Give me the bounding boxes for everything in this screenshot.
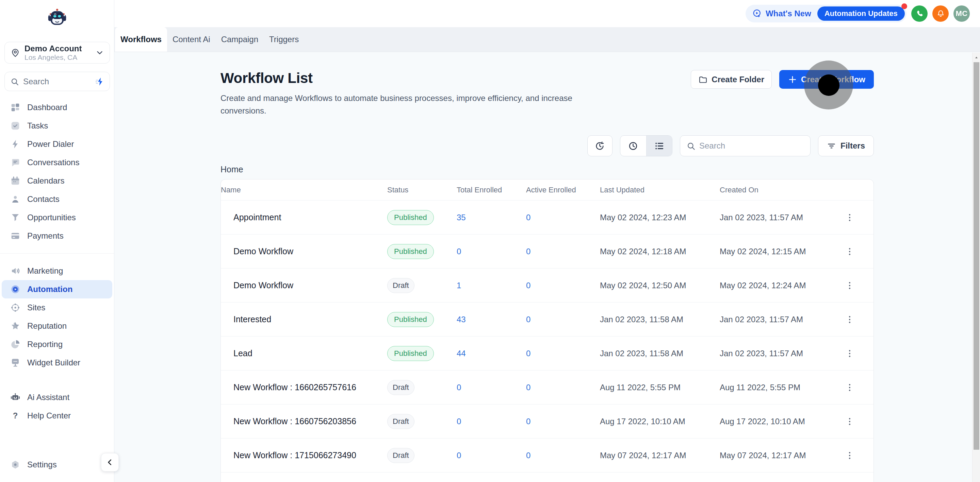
workflow-name[interactable]: Appointment [221,212,387,222]
tab-campaign[interactable]: Campaign [216,27,264,52]
breadcrumb[interactable]: Home [221,165,874,174]
status-badge: Published [387,210,434,225]
sidebar-item-contacts[interactable]: Contacts [0,190,114,208]
sidebar-item-marketing[interactable]: Marketing [0,262,114,280]
create-workflow-label: Create Workflow [801,75,865,84]
sidebar-item-payments[interactable]: Payments [0,227,114,245]
active-enrolled-link[interactable]: 0 [526,315,530,324]
sidebar-item-calendars[interactable]: Calendars [0,172,114,190]
sidebar-item-sites[interactable]: Sites [0,298,114,317]
total-enrolled-link[interactable]: 35 [457,213,466,222]
total-enrolled-link[interactable]: 43 [457,315,466,324]
sidebar-item-automation[interactable]: Automation [2,280,112,298]
workflow-name[interactable]: Lead [221,349,387,358]
active-enrolled-link[interactable]: 0 [526,451,530,460]
kebab-icon [845,349,855,358]
sidebar-item-label: Calendars [27,176,64,186]
total-enrolled-link[interactable]: 0 [457,247,461,256]
scrollbar-thumb[interactable] [974,62,979,450]
table-row[interactable]: New Workflow : 1660756203856 Draft 0 0 A… [221,404,873,439]
user-avatar[interactable]: MC [953,5,970,22]
active-enrolled-link[interactable]: 0 [526,247,530,256]
sidebar-item-tasks[interactable]: Tasks [0,117,114,135]
sidebar-search-input[interactable] [23,77,91,86]
sidebar-item-conversations[interactable]: Conversations [0,153,114,172]
workflow-name[interactable]: New Workflow : 1660756203856 [221,416,387,426]
table-row[interactable]: New Workflow : 1715194519317 Draft 0 0 M… [221,472,873,482]
sidebar-item-label: Payments [27,231,64,241]
sidebar-item-power-dialer[interactable]: Power Dialer [0,135,114,153]
workflow-search-input[interactable] [699,141,804,151]
row-actions-button[interactable] [842,414,857,429]
total-enrolled-link[interactable]: 0 [457,383,461,392]
table-row[interactable]: Lead Published 44 0 Jan 02 2023, 11:58 A… [221,336,873,371]
timeline-view-toggle[interactable] [620,136,646,156]
workflow-name[interactable]: New Workflow : 1660265757616 [221,382,387,392]
row-actions-button[interactable] [842,448,857,463]
scrollbar-up-arrow[interactable] [972,53,980,62]
enrollment-history-button[interactable] [587,135,612,156]
row-actions-button[interactable] [842,244,857,259]
active-enrolled-link[interactable]: 0 [526,417,530,426]
location-pin-icon [10,48,21,58]
sidebar-item-dashboard[interactable]: Dashboard [0,98,114,117]
account-selector[interactable]: Demo Account Los Angeles, CA [5,42,110,63]
table-row[interactable]: Appointment Published 35 0 May 02 2024, … [221,201,873,235]
list-view-toggle[interactable] [646,136,672,156]
tab-triggers[interactable]: Triggers [264,27,304,52]
row-actions-button[interactable] [842,312,857,327]
sidebar-item-label: Reporting [27,339,63,349]
total-enrolled-link[interactable]: 1 [457,281,461,290]
table-row[interactable]: Demo Workflow Published 0 0 May 02 2024,… [221,235,873,268]
total-enrolled-link[interactable]: 44 [457,349,466,358]
sidebar-item-reputation[interactable]: Reputation [0,317,114,335]
sidebar-item-label: Contacts [27,194,60,204]
quick-actions-bolt-icon[interactable] [95,77,104,86]
workflow-name[interactable]: New Workflow : 1715066273490 [221,450,387,460]
tab-workflows[interactable]: Workflows [115,27,167,52]
row-actions-button[interactable] [842,380,857,395]
filters-button[interactable]: Filters [818,135,874,156]
total-enrolled-link[interactable]: 0 [457,417,461,426]
create-workflow-button[interactable]: Create Workflow [779,70,874,89]
notifications-button[interactable] [932,5,949,22]
sidebar-item-help-center[interactable]: Help Center [0,406,114,425]
sidebar-item-ai-assistant[interactable]: Ai Assistant [0,388,114,406]
tab-content-ai[interactable]: Content Ai [167,27,216,52]
create-folder-button[interactable]: Create Folder [691,70,772,89]
active-enrolled-link[interactable]: 0 [526,213,530,222]
page-subtitle: Create and manage Workflows to automate … [221,92,600,117]
row-actions-button[interactable] [842,278,857,293]
created-on-cell: Jan 02 2023, 11:57 AM [720,315,833,324]
plus-icon [788,75,797,84]
whats-new-pill[interactable]: What's New Automation Updates [746,5,907,22]
workflow-name[interactable]: Demo Workflow [221,246,387,256]
row-actions-button[interactable] [842,346,857,361]
sidebar-item-opportunities[interactable]: Opportunities [0,208,114,227]
sidebar-collapse-button[interactable] [101,453,119,471]
created-on-cell: May 07 2024, 12:17 AM [720,451,833,460]
table-row[interactable]: New Workflow : 1660265757616 Draft 0 0 A… [221,371,873,404]
status-badge: Draft [387,278,414,293]
active-enrolled-link[interactable]: 0 [526,349,530,358]
row-actions-button[interactable] [842,210,857,225]
account-name: Demo Account [24,44,91,53]
main-content: Workflow List Create and manage Workflow… [115,52,980,482]
table-row[interactable]: Demo Workflow Draft 1 0 May 02 2024, 12:… [221,268,873,303]
sidebar-item-reporting[interactable]: Reporting [0,335,114,354]
table-row[interactable]: Interested Published 43 0 Jan 02 2023, 1… [221,303,873,336]
workflow-name[interactable]: Interested [221,314,387,324]
view-toggle [620,135,672,156]
sidebar-item-label: Tasks [27,121,48,130]
sidebar-item-widget-builder[interactable]: Widget Builder [0,354,114,372]
phone-button[interactable] [911,5,928,22]
automation-updates-badge[interactable]: Automation Updates [817,6,905,21]
sidebar-item-settings[interactable]: Settings [0,455,114,474]
last-updated-cell: Aug 17 2022, 10:10 AM [600,417,720,426]
table-row[interactable]: New Workflow : 1715066273490 Draft 0 0 M… [221,439,873,472]
chevron-left-icon [105,458,115,467]
workflow-name[interactable]: Demo Workflow [221,281,387,290]
active-enrolled-link[interactable]: 0 [526,281,530,290]
active-enrolled-link[interactable]: 0 [526,383,530,392]
total-enrolled-link[interactable]: 0 [457,451,461,460]
